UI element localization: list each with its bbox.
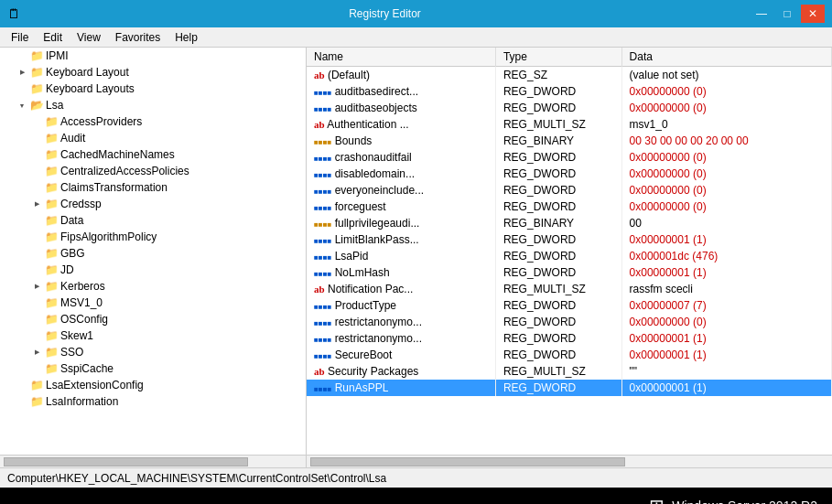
folder-icon-sso: 📁 — [44, 346, 59, 359]
tree-node-lsa-information[interactable]: 📁LsaInformation — [0, 393, 306, 410]
table-row[interactable]: ■■■■ LsaPidREG_DWORD0x000001dc (476) — [307, 248, 832, 264]
h-scroll-area — [0, 455, 832, 467]
table-scroll[interactable]: Name Type Data ab (Default)REG_SZ(value … — [307, 48, 832, 455]
expand-btn-sso[interactable] — [29, 345, 44, 359]
tree-node-fips-algorithm-policy[interactable]: 📁FipsAlgorithmPolicy — [0, 229, 306, 245]
tree-node-jd[interactable]: 📁JD — [0, 262, 306, 278]
cell-name-0: ab (Default) — [307, 67, 495, 83]
table-row[interactable]: ■■■■ RunAsPPLREG_DWORD0x00000001 (1) — [307, 380, 832, 396]
tree-node-kerberos[interactable]: 📁Kerberos — [0, 278, 306, 295]
table-row[interactable]: ■■■■ auditbasedirect...REG_DWORD0x000000… — [307, 83, 832, 100]
folder-icon-fips-algorithm-policy: 📁 — [44, 231, 59, 243]
expand-btn-audit — [29, 131, 44, 145]
cell-data-13: rassfm scecli — [621, 281, 831, 297]
expand-btn-kerberos[interactable] — [29, 279, 44, 294]
col-type[interactable]: Type — [495, 48, 621, 67]
tree-node-lsa-extension-config[interactable]: 📁LsaExtensionConfig — [0, 377, 306, 393]
expand-btn-lsa[interactable] — [15, 98, 29, 113]
cell-name-17: ■■■■ SecureBoot — [307, 347, 495, 363]
tree-panel: 📁IPMI📁Keyboard Layout📁Keyboard Layouts📂L… — [0, 48, 307, 455]
cell-type-6: REG_DWORD — [495, 166, 621, 182]
node-label-keyboard-layout: Keyboard Layout — [46, 66, 129, 79]
expand-btn-credssp[interactable] — [29, 197, 44, 211]
node-label-kerberos: Kerberos — [60, 280, 105, 293]
table-row[interactable]: ■■■■ NoLmHashREG_DWORD0x00000001 (1) — [307, 264, 832, 281]
tree-node-lsa[interactable]: 📂Lsa — [0, 97, 306, 113]
table-row[interactable]: ab Notification Pac...REG_MULTI_SZrassfm… — [307, 281, 832, 297]
table-row[interactable]: ■■■■ BoundsREG_BINARY00 30 00 00 00 20 0… — [307, 133, 832, 149]
table-row[interactable]: ■■■■ disabledomain...REG_DWORD0x00000000… — [307, 166, 832, 182]
table-row[interactable]: ■■■■ forceguestREG_DWORD0x00000000 (0) — [307, 198, 832, 215]
window-title: Registry Editor — [20, 7, 750, 20]
col-data[interactable]: Data — [621, 48, 831, 67]
reg-icon-ab: ab — [314, 284, 325, 295]
reg-icon-ab: ab — [314, 119, 325, 130]
menu-item-file[interactable]: File — [4, 29, 36, 46]
cell-name-15: ■■■■ restrictanonymo... — [307, 314, 495, 330]
folder-icon-lsa-information: 📁 — [29, 395, 44, 408]
tree-node-credssp[interactable]: 📁Credssp — [0, 196, 306, 212]
cell-data-7: 0x00000000 (0) — [621, 182, 831, 198]
table-row[interactable]: ■■■■ restrictanonymo...REG_DWORD0x000000… — [307, 314, 832, 330]
menu-item-edit[interactable]: Edit — [36, 29, 70, 46]
tree-node-osconfig[interactable]: 📁OSConfig — [0, 311, 306, 327]
reg-icon-dw: ■■■■ — [314, 336, 331, 344]
expand-btn-lsa-extension-config — [15, 378, 29, 392]
menu-item-view[interactable]: View — [70, 29, 108, 46]
reg-icon-dw: ■■■■ — [314, 270, 331, 278]
tree-node-data[interactable]: 📁Data — [0, 212, 306, 229]
reg-icon-bin: ■■■■ — [314, 220, 331, 229]
expand-btn-keyboard-layout[interactable] — [15, 65, 29, 80]
expand-btn-gbg — [29, 246, 44, 261]
table-row[interactable]: ab Authentication ...REG_MULTI_SZmsv1_0 — [307, 116, 832, 133]
tree-node-audit[interactable]: 📁Audit — [0, 130, 306, 146]
col-name[interactable]: Name — [307, 48, 495, 67]
tree-node-ipmi[interactable]: 📁IPMI — [0, 48, 306, 64]
menu-item-help[interactable]: Help — [167, 29, 205, 46]
tree-node-access-providers[interactable]: 📁AccessProviders — [0, 113, 306, 130]
cell-name-18: ab Security Packages — [307, 363, 495, 380]
tree-node-msv1_0[interactable]: 📁MSV1_0 — [0, 295, 306, 311]
cell-name-1: ■■■■ auditbasedirect... — [307, 83, 495, 100]
window-controls: — □ ✕ — [750, 5, 825, 23]
node-label-ipmi: IPMI — [46, 49, 69, 62]
maximize-button[interactable]: □ — [775, 5, 799, 23]
tree-scroll[interactable]: 📁IPMI📁Keyboard Layout📁Keyboard Layouts📂L… — [0, 48, 306, 455]
expand-btn-sspicache — [29, 361, 44, 376]
minimize-button[interactable]: — — [750, 5, 773, 23]
table-row[interactable]: ■■■■ SecureBootREG_DWORD0x00000001 (1) — [307, 347, 832, 363]
table-row[interactable]: ■■■■ auditbaseobjectsREG_DWORD0x00000000… — [307, 100, 832, 116]
node-label-lsa-information: LsaInformation — [46, 395, 118, 408]
tree-node-sso[interactable]: 📁SSO — [0, 344, 306, 360]
tree-node-gbg[interactable]: 📁GBG — [0, 245, 306, 262]
cell-name-2: ■■■■ auditbaseobjects — [307, 100, 495, 116]
tree-node-cached-machine-names[interactable]: 📁CachedMachineNames — [0, 146, 306, 163]
tree-node-keyboard-layout[interactable]: 📁Keyboard Layout — [0, 64, 306, 80]
reg-icon-dw: ■■■■ — [314, 303, 331, 311]
tree-node-centralized-access-policies[interactable]: 📁CentralizedAccessPolicies — [0, 163, 306, 179]
node-label-data: Data — [60, 214, 83, 227]
registry-table: Name Type Data ab (Default)REG_SZ(value … — [307, 48, 832, 396]
table-row[interactable]: ■■■■ ProductTypeREG_DWORD0x00000007 (7) — [307, 297, 832, 314]
taskbar: ⊞ Windows Server 2012 R2 — [0, 488, 832, 504]
table-row[interactable]: ■■■■ LimitBlankPass...REG_DWORD0x0000000… — [307, 231, 832, 248]
table-row[interactable]: ■■■■ restrictanonymo...REG_DWORD0x000000… — [307, 330, 832, 347]
menu-item-favorites[interactable]: Favorites — [108, 29, 167, 46]
table-row[interactable]: ab (Default)REG_SZ(value not set) — [307, 67, 832, 83]
tree-node-skew1[interactable]: 📁Skew1 — [0, 327, 306, 344]
close-button[interactable]: ✕ — [801, 5, 825, 23]
table-row[interactable]: ■■■■ crashonauditfailREG_DWORD0x00000000… — [307, 149, 832, 166]
tree-node-claims-transformation[interactable]: 📁ClaimsTransformation — [0, 179, 306, 196]
cell-name-8: ■■■■ forceguest — [307, 198, 495, 215]
cell-data-10: 0x00000001 (1) — [621, 231, 831, 248]
expand-btn-claims-transformation — [29, 180, 44, 195]
cell-type-10: REG_DWORD — [495, 231, 621, 248]
tree-node-keyboard-layouts[interactable]: 📁Keyboard Layouts — [0, 80, 306, 97]
tree-node-sspicache[interactable]: 📁SspiCache — [0, 360, 306, 377]
expand-btn-osconfig — [29, 312, 44, 327]
table-row[interactable]: ■■■■ fullprivilegeaudi...REG_BINARY00 — [307, 215, 832, 231]
table-row[interactable]: ab Security PackagesREG_MULTI_SZ"" — [307, 363, 832, 380]
folder-icon-lsa: 📂 — [29, 99, 44, 112]
cell-type-4: REG_BINARY — [495, 133, 621, 149]
table-row[interactable]: ■■■■ everyoneinclude...REG_DWORD0x000000… — [307, 182, 832, 198]
